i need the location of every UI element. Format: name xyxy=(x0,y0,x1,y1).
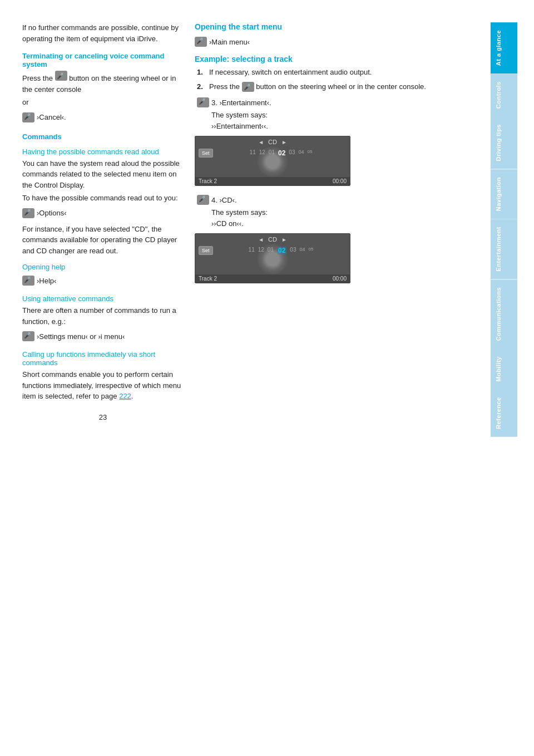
cd-disc-area-1: Set 11 12 01 02 03 04 05 xyxy=(195,146,350,177)
mic-button-icon xyxy=(55,71,67,81)
commands-title: Commands xyxy=(22,132,184,141)
cd-label-2: CD xyxy=(268,236,277,243)
mic-icon-settings xyxy=(22,331,34,341)
step3-says: The system says: ››Entertainment‹‹. xyxy=(211,110,479,131)
step4-says: The system says: ››CD on‹‹. xyxy=(211,207,479,229)
mic-icon-help xyxy=(22,276,34,286)
mic-icon-step4 xyxy=(197,195,209,205)
sidebar-item-navigation[interactable]: Navigation xyxy=(491,169,517,219)
intro-text: If no further commands are possible, con… xyxy=(22,22,184,44)
cd-header-2: ◄ CD ► xyxy=(195,234,350,244)
left-arrow-2: ◄ xyxy=(258,237,264,243)
options-cmd: ›Options‹ xyxy=(22,208,66,218)
cd-footer-2: Track 2 00:00 xyxy=(195,274,350,283)
using-alt-title: Using alternative commands xyxy=(22,294,184,303)
main-menu-cmd: ›Main menu‹ xyxy=(195,37,250,47)
sidebar-item-reference[interactable]: Reference xyxy=(491,389,517,437)
cd-disc-area-2: Set 11 12 01 02 03 04 05 xyxy=(195,244,350,274)
step4-cmd-row: 4. ›CD‹. xyxy=(197,195,237,205)
settings-cmd: ›Settings menu‹ or ›i menu‹ xyxy=(22,331,125,341)
sidebar-item-mobility[interactable]: Mobility xyxy=(491,348,517,390)
track-label-2: Track 2 xyxy=(199,276,217,282)
time-label-2: 00:00 xyxy=(333,276,347,282)
cd-bottom-label: CD xyxy=(195,283,350,283)
sidebar-item-driving-tips[interactable]: Driving tips xyxy=(491,116,517,169)
page-number: 23 xyxy=(22,413,184,421)
cd-label-1: CD xyxy=(268,139,277,145)
right-arrow-2: ► xyxy=(281,237,287,243)
having-title: Having the possible commands read aloud xyxy=(22,148,184,156)
cd-header-1: ◄ CD ► xyxy=(195,136,350,146)
right-arrow-1: ► xyxy=(281,139,287,145)
sidebar: At a glance Controls Driving tips Naviga… xyxy=(491,22,517,734)
numbered-list: 1. If necessary, switch on entertainment… xyxy=(197,67,479,92)
example-title: Example: selecting a track xyxy=(195,55,479,63)
having-text2: To have the possible commands read out t… xyxy=(22,193,184,204)
cd-display-2: ◄ CD ► Set 11 12 01 02 03 04 05 Track 2 xyxy=(195,233,350,283)
calling-title: Calling up functions immediately via sho… xyxy=(22,350,184,367)
sidebar-item-at-a-glance[interactable]: At a glance xyxy=(491,22,517,73)
track-nums-1: 11 12 01 02 03 04 05 xyxy=(195,149,350,157)
having-text: You can have the system read aloud the p… xyxy=(22,158,184,191)
left-column: If no further commands are possible, con… xyxy=(22,22,184,734)
help-cmd: ›Help‹ xyxy=(22,276,56,286)
left-arrow-1: ◄ xyxy=(258,139,264,145)
for-instance-text: For instance, if you have selected "CD",… xyxy=(22,224,184,257)
page-link[interactable]: 222 xyxy=(119,392,131,400)
step-2: 2. Press the button on the steering whee… xyxy=(197,81,479,92)
mic-icon-mainmenu xyxy=(195,37,207,47)
mic-icon-options xyxy=(22,208,34,218)
mic-icon-cancel xyxy=(22,112,34,122)
sidebar-item-entertainment[interactable]: Entertainment xyxy=(491,219,517,279)
right-column: Opening the start menu ›Main menu‹ Examp… xyxy=(195,22,479,734)
step3-cmd-row: 3. ›Entertainment‹. xyxy=(197,97,271,107)
opening-help-title: Opening help xyxy=(22,263,184,271)
terminating-title: Terminating or canceling voice command s… xyxy=(22,52,184,68)
track-nums-2: 11 12 01 02 03 04 05 xyxy=(195,247,350,254)
sidebar-item-communications[interactable]: Communications xyxy=(491,279,517,348)
cancel-cmd: ›Cancel‹. xyxy=(22,112,66,122)
mic-icon-step3 xyxy=(197,97,209,107)
calling-text: Short commands enable you to perform cer… xyxy=(22,369,184,402)
cd-display-1: ◄ CD ► Set 11 12 01 02 03 04 05 Track 2 xyxy=(195,136,350,186)
main-content: If no further commands are possible, con… xyxy=(0,0,534,756)
cd-footer-1: Track 2 00:00 xyxy=(195,177,350,185)
sidebar-item-controls[interactable]: Controls xyxy=(491,73,517,116)
or-text: or xyxy=(22,97,184,108)
entertainment-label: Entertainment xyxy=(195,185,350,186)
track-label-1: Track 2 xyxy=(199,178,217,184)
opening-title: Opening the start menu xyxy=(195,22,479,31)
time-label-1: 00:00 xyxy=(333,178,347,184)
terminating-text: Press the button on the steering wheel o… xyxy=(22,71,184,95)
using-alt-text: There are often a number of commands to … xyxy=(22,305,184,327)
step-1: 1. If necessary, switch on entertainment… xyxy=(197,67,479,78)
mic-icon-step2 xyxy=(242,82,254,92)
